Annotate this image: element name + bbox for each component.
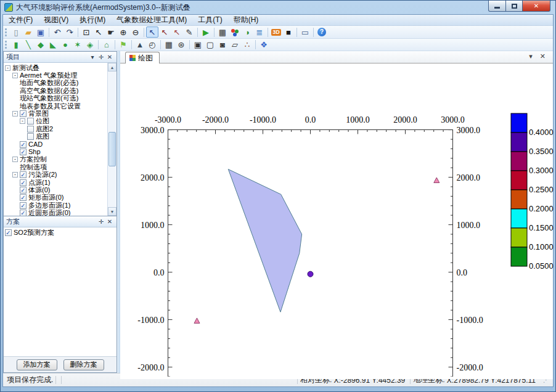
tab-dropdown-icon[interactable]: ▾ (529, 52, 533, 60)
zoom-extents-icon[interactable]: ⊡ (80, 27, 92, 38)
toolbar-grip[interactable] (5, 41, 7, 49)
edit-annotation-icon[interactable]: ✎ (183, 27, 195, 38)
tree-item[interactable]: 底图 (4, 133, 107, 141)
scheme-panel: 方案 ✛ ✕ ✓SO2预测方案 添加方案 删除方案 (3, 216, 117, 373)
checkbox[interactable]: ✓ (20, 187, 27, 194)
measure-cursor-icon[interactable]: ↖ (171, 27, 183, 38)
volume-source-tool-icon[interactable]: ◆ (35, 39, 47, 51)
close-button[interactable]: ✕ (523, 1, 550, 12)
tree-item[interactable]: -✓污染源(2) (4, 171, 107, 178)
new-document-icon[interactable]: ▯ (10, 27, 22, 38)
tree-item[interactable]: -位图 (4, 118, 107, 125)
receptor-grid-icon[interactable]: ▦ (216, 27, 229, 38)
expander-icon[interactable]: - (12, 172, 18, 178)
menu-item-tools[interactable]: 工具(T) (192, 15, 227, 25)
cube-view-icon[interactable]: ■ (282, 27, 295, 38)
menu-item-run[interactable]: 执行(M) (74, 15, 111, 25)
menu-item-met-data-tools[interactable]: 气象数据处理工具(M) (111, 15, 192, 25)
layers-icon[interactable]: ≣ (253, 27, 266, 38)
rotate-cursor-icon[interactable]: ↖ (158, 27, 171, 38)
checkbox[interactable] (27, 133, 34, 140)
terrain-tool-icon[interactable]: ▲ (134, 39, 146, 51)
checkbox[interactable]: ✓ (20, 110, 27, 117)
toolbar-grip[interactable] (5, 28, 7, 36)
checkbox[interactable] (27, 118, 34, 125)
grid-receptor-tool-icon[interactable]: ▦ (163, 39, 175, 51)
tree-item[interactable]: ✓点源(1) (4, 179, 107, 186)
redo-icon[interactable]: ↷ (63, 27, 76, 38)
checkbox[interactable]: ✓ (5, 229, 12, 236)
checkbox[interactable]: ✓ (20, 149, 27, 155)
scroll-thumb[interactable] (108, 132, 116, 166)
open-folder-icon[interactable]: ▰ (22, 27, 35, 38)
plot-canvas[interactable]: -3000.0-2000.0-1000.00.01000.02000.03000… (120, 63, 553, 379)
menu-item-help[interactable]: 帮助(H) (228, 15, 264, 25)
y-tick-label-left: -1000.0 (137, 316, 164, 325)
checkbox[interactable]: ✓ (20, 171, 27, 178)
zoom-out-icon[interactable]: ⊖ (129, 27, 142, 38)
circle-receptor-tool-icon[interactable]: ◙ (216, 39, 229, 51)
checkbox[interactable] (27, 126, 34, 133)
checkbox[interactable]: ✓ (20, 194, 27, 201)
checkbox[interactable]: ✓ (20, 202, 27, 209)
tree-item[interactable]: 地表参数及其它设置 (4, 102, 107, 110)
expander-icon[interactable]: - (12, 157, 18, 162)
circle-source-tool-icon[interactable]: ● (59, 39, 72, 51)
rect-grid-receptor-tool-icon[interactable]: ▣ (192, 39, 204, 51)
rect-receptor-tool-icon[interactable]: ▢ (204, 39, 216, 51)
point-source-tool-icon[interactable]: ▮ (10, 39, 22, 51)
expander-icon[interactable]: - (12, 73, 18, 78)
pin-icon[interactable]: ✛ (97, 54, 105, 60)
delete-scheme-button[interactable]: 删除方案 (63, 359, 104, 370)
checkbox[interactable]: ✓ (20, 141, 27, 148)
tab-close-icon[interactable]: ✕ (540, 52, 546, 60)
menu-item-file[interactable]: 文件(F) (3, 15, 38, 25)
discrete-receptor-tool-icon[interactable]: ∴ (241, 39, 253, 51)
undo-icon[interactable]: ↶ (51, 27, 63, 38)
scroll-down-icon[interactable]: ▼ (108, 207, 117, 216)
expander-icon[interactable]: - (20, 118, 25, 124)
menu-item-view[interactable]: 视图(V) (38, 15, 74, 25)
expander-icon[interactable]: - (12, 111, 18, 116)
tree-item[interactable]: 底图2 (4, 125, 107, 133)
triangle-marker (194, 318, 200, 324)
save-icon[interactable]: ▣ (35, 27, 47, 38)
dropdown-icon[interactable]: ▾ (88, 54, 97, 60)
tree-item[interactable]: ✓SO2预测方案 (4, 229, 107, 236)
checkbox[interactable]: ✓ (20, 179, 27, 186)
tree-item[interactable]: ✓CAD (4, 141, 107, 148)
polygon-source-tool-icon[interactable]: ◣ (47, 39, 59, 51)
close-icon[interactable]: ✕ (105, 54, 114, 60)
scroll-up-icon[interactable]: ▲ (108, 63, 117, 71)
contour-icon[interactable]: ◑ (241, 27, 253, 38)
expander-icon[interactable]: - (5, 65, 10, 71)
pin-icon[interactable]: ✛ (97, 218, 105, 225)
help-icon[interactable]: ? (316, 27, 328, 38)
polar-receptor-tool-icon[interactable]: ⊛ (175, 39, 187, 51)
minimize-button[interactable] (488, 1, 506, 12)
building-tool-icon[interactable]: ⌂ (100, 39, 113, 51)
checkbox[interactable]: ✓ (20, 210, 27, 216)
tree-scrollbar[interactable]: ▲ ▼ (107, 63, 117, 216)
tree-item[interactable]: ✓近圆形面源(0) (4, 209, 107, 216)
tree-item[interactable]: -✓背景图 (4, 110, 107, 117)
close-icon[interactable]: ✕ (105, 218, 114, 225)
pan-hand-icon[interactable]: ☛ (105, 27, 117, 38)
select-cursor-icon[interactable]: ↖ (92, 27, 105, 38)
tab-drawing[interactable]: 绘图 (125, 52, 160, 63)
line-source-tool-icon[interactable]: ╲ (22, 39, 35, 51)
zoom-in-icon[interactable]: ⊕ (117, 27, 129, 38)
color-map-icon[interactable] (229, 27, 241, 38)
maximize-button[interactable] (506, 1, 523, 12)
flag-tool-icon[interactable]: ⚑ (117, 39, 129, 51)
display-settings-icon[interactable]: ▭ (299, 27, 311, 38)
view-3d-icon[interactable]: 3D (270, 27, 282, 38)
globe-tool-icon[interactable]: ◴ (146, 39, 158, 51)
parallelogram-receptor-tool-icon[interactable]: ▱ (229, 39, 241, 51)
probe-cursor-icon[interactable]: ↖ (146, 27, 158, 38)
flat-source-tool-icon[interactable]: ◈ (84, 39, 96, 51)
run-model-icon[interactable]: ▶ (200, 27, 212, 38)
add-scheme-button[interactable]: 添加方案 (17, 359, 57, 370)
legend-settings-icon[interactable]: ❖ (258, 39, 270, 51)
ring-source-tool-icon[interactable]: ✶ (72, 39, 84, 51)
